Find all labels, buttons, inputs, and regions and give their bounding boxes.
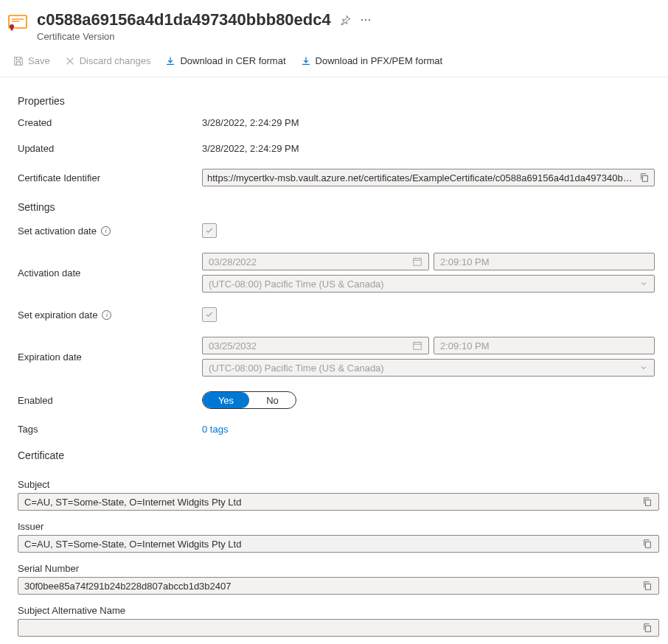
- expiration-date-label: Expiration date: [18, 351, 202, 363]
- chevron-down-icon: [639, 363, 648, 372]
- copy-icon[interactable]: [639, 172, 650, 183]
- page-title: c0588a69156a4d1da497340bbb80edc4: [37, 10, 331, 29]
- serial-label: Serial Number: [18, 563, 661, 574]
- serial-input[interactable]: 30f0bee85a74f291b24b228d807abccb1d3b2407: [18, 577, 659, 595]
- activation-time-input: 2:09:10 PM: [434, 253, 655, 270]
- tags-link[interactable]: 0 tags: [202, 424, 228, 435]
- certificate-icon: [7, 12, 28, 32]
- page-subtitle: Certificate Version: [37, 31, 661, 42]
- svg-rect-8: [414, 259, 422, 266]
- download-pfx-label: Download in PFX/PEM format: [316, 55, 443, 66]
- save-icon: [13, 56, 24, 66]
- svg-rect-19: [645, 626, 650, 631]
- download-cer-button[interactable]: Download in CER format: [159, 52, 291, 69]
- identifier-value: https://mycertkv-msb.vault.azure.net/cer…: [207, 172, 635, 183]
- close-icon: [65, 56, 75, 66]
- toolbar: Save Discard changes Download in CER for…: [0, 48, 668, 77]
- svg-point-6: [369, 19, 370, 21]
- save-button: Save: [7, 52, 56, 69]
- certificate-section-title: Certificate: [18, 449, 661, 461]
- copy-icon[interactable]: [642, 581, 653, 591]
- svg-rect-7: [642, 175, 647, 181]
- page-header: c0588a69156a4d1da497340bbb80edc4 Certifi…: [0, 0, 668, 48]
- activation-date-label: Activation date: [18, 267, 202, 279]
- chevron-down-icon: [639, 279, 648, 288]
- created-value: 3/28/2022, 2:24:29 PM: [202, 117, 661, 128]
- download-icon: [301, 56, 311, 66]
- svg-rect-12: [414, 343, 422, 350]
- tags-label: Tags: [18, 424, 202, 435]
- toggle-yes[interactable]: Yes: [203, 392, 249, 408]
- svg-rect-17: [645, 542, 650, 547]
- save-label: Save: [28, 55, 50, 66]
- identifier-input[interactable]: https://mycertkv-msb.vault.azure.net/cer…: [202, 169, 655, 186]
- updated-value: 3/28/2022, 2:24:29 PM: [202, 143, 661, 154]
- download-cer-label: Download in CER format: [180, 55, 285, 66]
- updated-label: Updated: [18, 143, 202, 154]
- set-expiration-checkbox: [202, 307, 217, 322]
- calendar-icon: [412, 256, 422, 267]
- more-icon[interactable]: [360, 14, 372, 26]
- discard-label: Discard changes: [80, 55, 151, 66]
- discard-button: Discard changes: [59, 52, 157, 69]
- activation-tz-select: (UTC-08:00) Pacific Time (US & Canada): [202, 275, 655, 293]
- svg-point-4: [361, 19, 363, 21]
- identifier-label: Certificate Identifier: [18, 172, 202, 183]
- enabled-label: Enabled: [18, 395, 202, 406]
- settings-section-title: Settings: [18, 201, 661, 213]
- issuer-input[interactable]: C=AU, ST=Some-State, O=Internet Widgits …: [18, 535, 659, 553]
- svg-rect-18: [645, 584, 650, 589]
- calendar-icon: [412, 340, 422, 351]
- subject-label: Subject: [18, 479, 661, 490]
- san-label: Subject Alternative Name: [18, 605, 661, 616]
- issuer-label: Issuer: [18, 521, 661, 532]
- pin-icon[interactable]: [340, 15, 351, 26]
- copy-icon[interactable]: [642, 497, 653, 507]
- copy-icon[interactable]: [642, 623, 653, 633]
- subject-input[interactable]: C=AU, ST=Some-State, O=Internet Widgits …: [18, 493, 659, 511]
- issuer-value: C=AU, ST=Some-State, O=Internet Widgits …: [24, 539, 638, 550]
- set-expiration-label: Set expiration date i: [18, 309, 202, 321]
- download-icon: [165, 56, 175, 66]
- enabled-toggle[interactable]: Yes No: [202, 391, 296, 409]
- svg-point-5: [365, 19, 366, 21]
- svg-rect-16: [645, 500, 650, 505]
- set-activation-label: Set activation date i: [18, 225, 202, 237]
- copy-icon[interactable]: [642, 539, 653, 549]
- expiration-tz-select: (UTC-08:00) Pacific Time (US & Canada): [202, 359, 655, 377]
- activation-date-input: 03/28/2022: [202, 253, 429, 270]
- san-input[interactable]: [18, 619, 659, 637]
- info-icon[interactable]: i: [101, 226, 111, 236]
- expiration-date-input: 03/25/2032: [202, 337, 429, 354]
- subject-value: C=AU, ST=Some-State, O=Internet Widgits …: [24, 497, 638, 508]
- properties-section-title: Properties: [18, 95, 661, 107]
- set-activation-checkbox: [202, 223, 217, 238]
- download-pfx-button[interactable]: Download in PFX/PEM format: [295, 52, 449, 69]
- created-label: Created: [18, 117, 202, 128]
- expiration-time-input: 2:09:10 PM: [434, 337, 655, 354]
- toggle-no[interactable]: No: [249, 392, 296, 408]
- serial-value: 30f0bee85a74f291b24b228d807abccb1d3b2407: [24, 581, 638, 592]
- info-icon[interactable]: i: [102, 310, 111, 320]
